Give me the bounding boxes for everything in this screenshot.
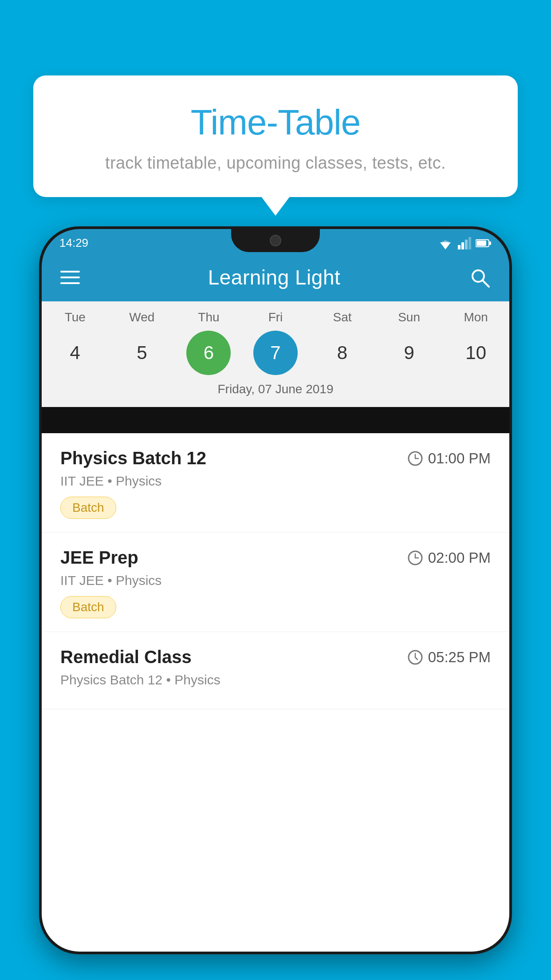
tooltip-title: Time-Table	[55, 102, 496, 143]
day-7-selected[interactable]: 7	[253, 331, 298, 375]
svg-rect-3	[458, 245, 460, 249]
calendar-strip: Tue Wed Thu Fri Sat Sun Mon 4 5 6 7 8 9 …	[42, 301, 509, 407]
phone-frame: 14:29	[39, 226, 512, 954]
status-time: 14:29	[59, 236, 88, 250]
day-4[interactable]: 4	[53, 331, 97, 375]
svg-rect-9	[476, 241, 486, 246]
tooltip-subtitle: track timetable, upcoming classes, tests…	[55, 154, 496, 173]
schedule-item-3-top: Remedial Class 05:25 PM	[60, 647, 491, 667]
schedule-item-1-title: Physics Batch 12	[60, 448, 206, 468]
day-labels: Tue Wed Thu Fri Sat Sun Mon	[42, 310, 509, 324]
camera	[270, 235, 281, 246]
schedule-item-2-top: JEE Prep 02:00 PM	[60, 548, 491, 568]
search-icon	[469, 267, 490, 288]
schedule-item-1-time: 01:00 PM	[408, 450, 491, 467]
day-label-mon: Mon	[454, 310, 498, 324]
day-label-thu: Thu	[186, 310, 231, 324]
clock-icon-3	[408, 650, 423, 665]
schedule-item-3-subtitle: Physics Batch 12 • Physics	[60, 672, 491, 688]
schedule-container: Physics Batch 12 01:00 PM IIT JEE • Phys…	[42, 433, 509, 952]
day-10[interactable]: 10	[454, 331, 498, 375]
svg-rect-8	[489, 241, 491, 245]
day-label-sat: Sat	[320, 310, 365, 324]
phone-mockup: 14:29	[39, 226, 512, 980]
signal-icon	[458, 237, 471, 249]
schedule-item-2-badge: Batch	[60, 596, 116, 618]
svg-rect-5	[465, 240, 468, 249]
tooltip-card: Time-Table track timetable, upcoming cla…	[33, 75, 518, 197]
selected-date-label: Friday, 07 June 2019	[42, 382, 509, 403]
schedule-item-2-title: JEE Prep	[60, 548, 138, 568]
day-5[interactable]: 5	[120, 331, 164, 375]
svg-line-20	[415, 657, 417, 660]
day-numbers: 4 5 6 7 8 9 10	[42, 331, 509, 375]
day-label-fri: Fri	[253, 310, 298, 324]
svg-rect-6	[468, 237, 471, 249]
schedule-item-2-subtitle: IIT JEE • Physics	[60, 573, 491, 588]
schedule-item-3-time: 05:25 PM	[408, 649, 491, 666]
app-bar: Learning Light	[42, 253, 509, 301]
svg-line-11	[483, 281, 489, 287]
schedule-item-3-title: Remedial Class	[60, 647, 192, 667]
app-title: Learning Light	[208, 265, 341, 289]
schedule-item-2[interactable]: JEE Prep 02:00 PM IIT JEE • Physics Batc…	[42, 533, 509, 632]
day-label-wed: Wed	[120, 310, 164, 324]
clock-icon-2	[408, 550, 423, 565]
wifi-icon	[437, 237, 453, 249]
day-9[interactable]: 9	[387, 331, 431, 375]
phone-notch	[231, 229, 320, 252]
schedule-item-1[interactable]: Physics Batch 12 01:00 PM IIT JEE • Phys…	[42, 433, 509, 533]
clock-icon-1	[408, 451, 423, 466]
schedule-item-1-badge: Batch	[60, 497, 116, 519]
schedule-item-1-top: Physics Batch 12 01:00 PM	[60, 448, 491, 468]
search-button[interactable]	[468, 266, 491, 288]
phone-inner: 14:29	[42, 229, 509, 952]
hamburger-menu-icon[interactable]	[60, 271, 80, 284]
day-8[interactable]: 8	[320, 331, 365, 375]
day-6-today[interactable]: 6	[186, 331, 231, 375]
day-label-tue: Tue	[53, 310, 97, 324]
status-icons	[437, 237, 492, 249]
day-label-sun: Sun	[387, 310, 431, 324]
schedule-item-2-time: 02:00 PM	[408, 549, 491, 566]
schedule-item-3[interactable]: Remedial Class 05:25 PM Physics Batch 12…	[42, 632, 509, 709]
battery-icon	[476, 239, 492, 248]
schedule-item-1-subtitle: IIT JEE • Physics	[60, 474, 491, 489]
svg-rect-4	[461, 242, 464, 249]
